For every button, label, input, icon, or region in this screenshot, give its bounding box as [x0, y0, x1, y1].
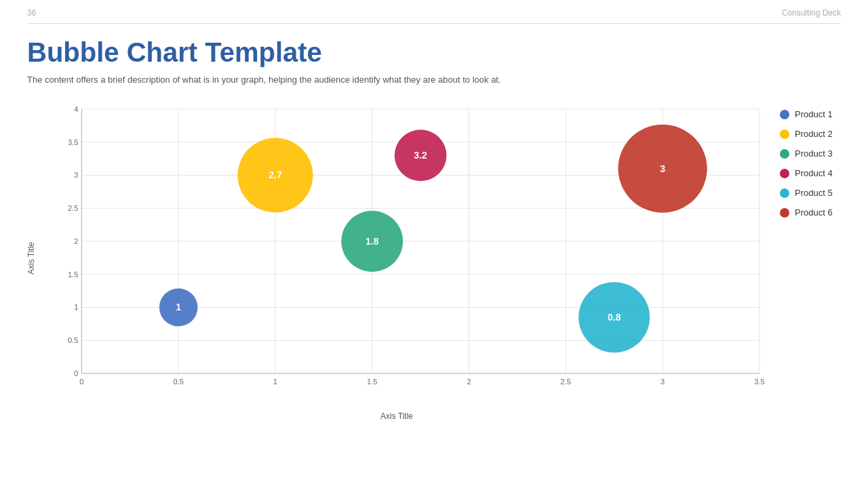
page-subtitle: The content offers a brief description o… — [27, 75, 841, 85]
chart-area: Axis Title 00.511.522.533.500.511.522.53… — [27, 96, 841, 421]
svg-text:0.5: 0.5 — [68, 336, 78, 344]
svg-text:0: 0 — [74, 369, 78, 378]
legend-label: Product 5 — [795, 188, 833, 198]
svg-text:2: 2 — [74, 237, 78, 245]
legend-label: Product 1 — [795, 109, 833, 119]
svg-text:0.8: 0.8 — [608, 312, 621, 323]
x-axis-label: Axis Title — [380, 411, 413, 421]
legend-dot — [780, 110, 789, 119]
svg-text:0.5: 0.5 — [173, 378, 183, 386]
legend-dot — [780, 169, 789, 178]
svg-text:3.5: 3.5 — [754, 378, 764, 386]
legend-label: Product 6 — [795, 207, 833, 218]
page-number: 36 — [27, 8, 36, 18]
bubble-chart-svg: 00.511.522.533.500.511.522.533.5412.71.8… — [54, 102, 766, 394]
svg-text:4: 4 — [74, 105, 78, 113]
chart-wrapper: Axis Title 00.511.522.533.500.511.522.53… — [27, 96, 766, 421]
y-axis-label: Axis Title — [26, 242, 36, 274]
svg-text:2.5: 2.5 — [68, 204, 78, 212]
svg-text:1.5: 1.5 — [367, 378, 377, 386]
svg-text:3.5: 3.5 — [68, 138, 78, 146]
legend-item: Product 6 — [780, 207, 833, 218]
svg-text:1.8: 1.8 — [366, 236, 379, 247]
svg-text:2: 2 — [467, 378, 471, 386]
svg-text:1: 1 — [273, 378, 277, 386]
legend-item: Product 4 — [780, 168, 833, 178]
svg-text:1: 1 — [74, 304, 78, 312]
svg-text:3: 3 — [74, 171, 78, 180]
svg-text:3: 3 — [660, 378, 665, 386]
svg-text:1: 1 — [176, 302, 181, 313]
legend-label: Product 4 — [795, 168, 833, 178]
legend-label: Product 2 — [795, 129, 833, 139]
legend-dot — [780, 149, 789, 159]
svg-text:0: 0 — [79, 378, 83, 386]
page-title: Bubble Chart Template — [27, 37, 841, 68]
deck-name: Consulting Deck — [782, 8, 841, 18]
svg-text:1.5: 1.5 — [68, 270, 78, 279]
chart-inner: 00.511.522.533.500.511.522.533.5412.71.8… — [54, 102, 766, 394]
legend-dot — [780, 208, 789, 218]
legend-item: Product 1 — [780, 109, 833, 119]
svg-text:2.5: 2.5 — [561, 378, 571, 386]
svg-text:2.7: 2.7 — [269, 170, 282, 181]
legend-item: Product 2 — [780, 129, 833, 139]
legend: Product 1Product 2Product 3Product 4Prod… — [780, 109, 833, 218]
legend-label: Product 3 — [795, 148, 833, 159]
svg-text:3: 3 — [660, 163, 665, 174]
legend-dot — [780, 129, 789, 139]
legend-item: Product 5 — [780, 188, 833, 198]
legend-dot — [780, 188, 789, 198]
svg-text:3.2: 3.2 — [414, 150, 427, 161]
legend-item: Product 3 — [780, 148, 833, 159]
